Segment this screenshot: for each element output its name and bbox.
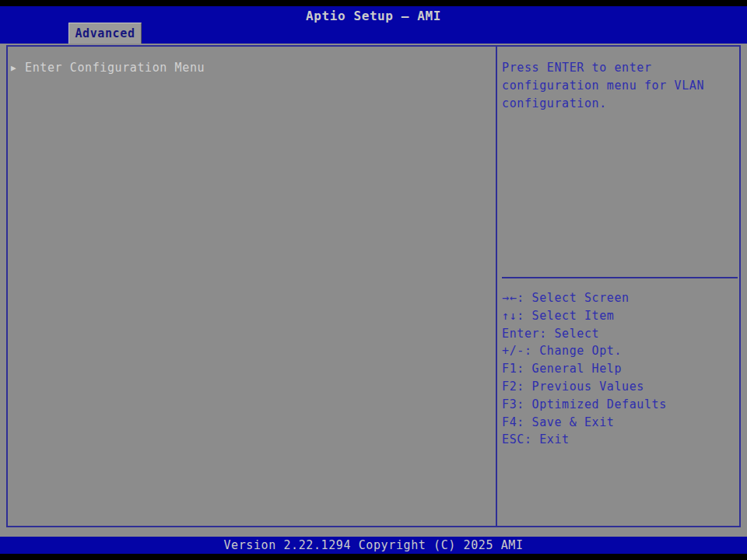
header-bar: Aptio Setup – AMI Advanced bbox=[0, 6, 747, 44]
help-divider-line bbox=[502, 277, 738, 278]
hotkey-select-screen: →←: Select Screen bbox=[502, 289, 738, 307]
hotkey-change-opt: +/-: Change Opt. bbox=[502, 342, 738, 360]
submenu-arrow-icon: ▶ bbox=[11, 63, 25, 73]
hotkey-f3-optimized-defaults: F3: Optimized Defaults bbox=[502, 396, 738, 414]
hotkey-enter-select: Enter: Select bbox=[502, 325, 738, 343]
window-title: Aptio Setup – AMI bbox=[0, 6, 747, 23]
main-area: ▶ Enter Configuration Menu Press ENTER t… bbox=[0, 44, 747, 537]
setup-panel: ▶ Enter Configuration Menu Press ENTER t… bbox=[6, 45, 741, 527]
version-copyright-text: Version 2.22.1294 Copyright (C) 2025 AMI bbox=[0, 537, 747, 554]
help-panel: Press ENTER to enter configuration menu … bbox=[497, 47, 739, 526]
hotkey-legend: →←: Select Screen ↑↓: Select Item Enter:… bbox=[502, 289, 738, 449]
options-panel: ▶ Enter Configuration Menu bbox=[8, 47, 496, 526]
menu-item-enter-configuration-menu[interactable]: ▶ Enter Configuration Menu bbox=[8, 47, 496, 75]
menu-item-label: Enter Configuration Menu bbox=[25, 61, 205, 75]
hotkey-f4-save-exit: F4: Save & Exit bbox=[502, 414, 738, 432]
footer-bar: Version 2.22.1294 Copyright (C) 2025 AMI bbox=[0, 537, 747, 554]
hotkey-esc-exit: ESC: Exit bbox=[502, 431, 738, 449]
help-text: Press ENTER to enter configuration menu … bbox=[502, 59, 728, 113]
tab-advanced[interactable]: Advanced bbox=[68, 23, 142, 44]
hotkey-f2-previous-values: F2: Previous Values bbox=[502, 378, 738, 396]
hotkey-select-item: ↑↓: Select Item bbox=[502, 307, 738, 325]
hotkey-f1-general-help: F1: General Help bbox=[502, 360, 738, 378]
